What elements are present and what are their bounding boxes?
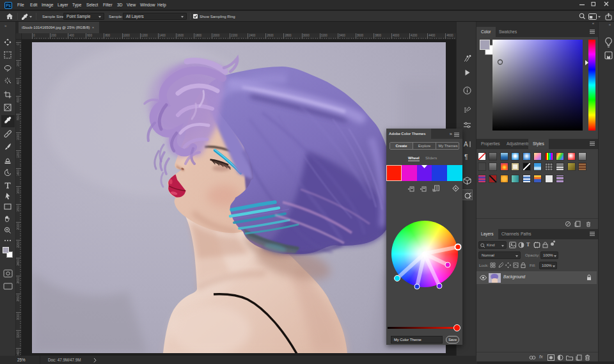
svg-text:A: A	[464, 141, 468, 148]
svg-text:¶: ¶	[464, 154, 468, 161]
